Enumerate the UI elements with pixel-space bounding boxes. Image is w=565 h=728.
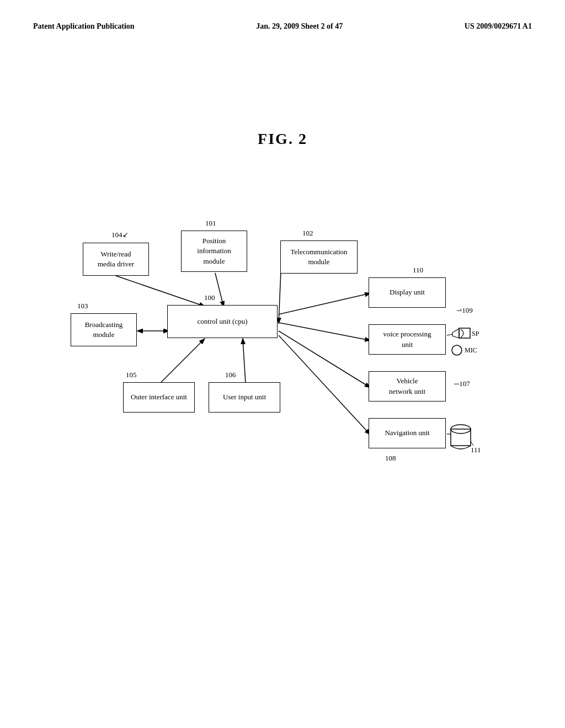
svg-marker-11 [452,329,459,338]
svg-rect-10 [459,328,470,338]
box-vehicle-network-label: Vehiclenetwork unit [389,376,425,396]
svg-line-0 [116,276,204,306]
header-left: Patent Application Publication [33,22,135,31]
label-111: 111 [471,446,481,454]
svg-line-9 [243,339,246,383]
figure-title: FIG. 2 [0,130,565,148]
svg-rect-17 [451,429,471,446]
box-display-unit: Display unit [369,277,446,308]
page-header: Patent Application Publication Jan. 29, … [0,0,565,31]
label-100: 100 [204,293,215,302]
label-109: ─109 [457,306,473,315]
label-104: 104 [111,231,122,239]
box-broadcasting-label: Broadcastingmodule [85,320,123,340]
svg-line-13 [447,334,452,335]
box-outer-interface: Outer interface unit [123,382,195,413]
label-103: 103 [77,302,88,311]
label-102: 102 [302,229,313,238]
box-navigation-unit-label: Navigation unit [385,428,429,438]
svg-text:SP: SP [472,330,479,338]
box-user-input-label: User input unit [223,392,266,402]
svg-line-6 [279,331,370,387]
svg-line-4 [279,293,370,314]
label-106: 106 [225,371,236,379]
diagram: SP MIC Write/readmedia driver 104 ↙ Posi… [28,188,535,540]
box-position-info: Positioninformationmodule [181,231,247,272]
box-navigation-unit: Navigation unit [369,418,446,448]
label-101: 101 [205,219,216,228]
svg-line-8 [160,339,204,383]
box-broadcasting: Broadcastingmodule [71,313,137,346]
header-right: US 2009/0029671 A1 [465,22,532,31]
svg-line-7 [279,335,370,434]
box-control-unit: control unit (cpu) [167,305,278,338]
box-control-unit-label: control unit (cpu) [198,317,248,326]
box-user-input: User input unit [209,382,280,413]
svg-point-14 [452,345,462,355]
header-center: Jan. 29, 2009 Sheet 2 of 47 [256,22,343,31]
box-position-info-label: Positioninformationmodule [197,236,231,266]
label-108: 108 [385,454,396,463]
svg-line-5 [279,323,370,340]
box-telecom: Telecommunicationmodule [280,240,358,274]
label-110: 110 [413,266,423,275]
svg-line-20 [471,441,473,446]
svg-line-1 [215,273,223,306]
box-write-read-media: Write/readmedia driver [83,243,149,276]
label-107: ─107 [454,379,470,388]
label-105: 105 [126,371,137,379]
svg-point-16 [451,425,471,433]
box-telecom-label: Telecommunicationmodule [290,247,347,267]
box-voice-processing: voice processingunit [369,324,446,355]
box-display-unit-label: Display unit [390,287,425,297]
box-write-read-media-label: Write/readmedia driver [98,249,134,269]
box-voice-processing-label: voice processingunit [383,329,431,349]
box-outer-interface-label: Outer interface unit [131,392,187,402]
box-vehicle-network: Vehiclenetwork unit [369,371,446,402]
svg-text:MIC: MIC [465,346,477,354]
